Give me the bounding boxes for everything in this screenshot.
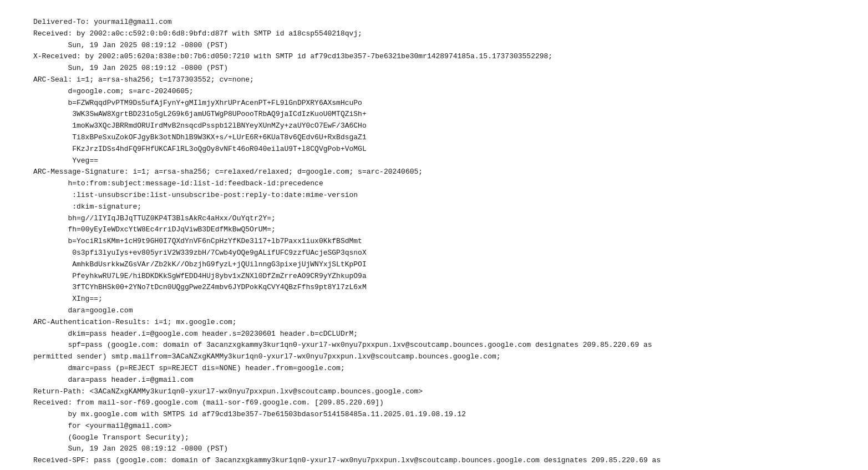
email-raw-header-text: Delivered-To: yourmail@gmail.com Receive… (33, 17, 846, 467)
email-raw-header-container: Delivered-To: yourmail@gmail.com Receive… (0, 0, 868, 470)
